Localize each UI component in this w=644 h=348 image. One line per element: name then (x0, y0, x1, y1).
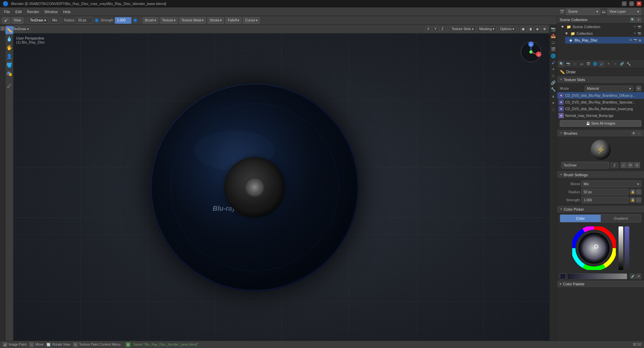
color-eyedrop[interactable]: 💉 (630, 274, 635, 279)
cp-tab-color[interactable]: Color (560, 215, 601, 222)
disc-render-icon[interactable]: 📷 (634, 39, 637, 42)
disc-extra-icon[interactable]: ◉ (639, 39, 641, 42)
outliner-filter[interactable]: 🔍 (630, 17, 635, 22)
coll-visibility-icon[interactable]: 👁 (633, 32, 636, 35)
brushes-options[interactable]: ⚙ (631, 131, 636, 136)
scene-dropdown[interactable]: Scene ▾ (566, 8, 600, 15)
tool-draw[interactable]: ✏️ (5, 26, 13, 34)
brush-close[interactable]: ✕ (634, 162, 640, 168)
bs-strength-field[interactable]: 1.000 (581, 197, 629, 203)
prop-physics[interactable]: ⚛ (612, 61, 618, 67)
texture-slots-btn[interactable]: Texture Slots ▾ (449, 26, 476, 32)
rp-render-icon[interactable]: 📷 (550, 26, 556, 32)
menu-file[interactable]: File (1, 9, 13, 14)
tool-mask[interactable]: 🎭 (5, 70, 13, 78)
bs-radius-field[interactable]: 50 px (581, 189, 629, 195)
texture-dropdown[interactable]: Texture▾ (160, 17, 178, 24)
texture-item-3[interactable]: ■ Normal_map_Normal_Bump.tga (557, 112, 644, 119)
outliner-scene-collection[interactable]: ▼ 📁 Scene Collection 👁 📷 (557, 23, 644, 30)
outliner-blu-ray-disc[interactable]: ◈ Blu_Ray_Disc 👁 📷 ◉ (565, 37, 644, 44)
prop-world[interactable]: 🌐 (592, 61, 598, 67)
brush-copy[interactable]: ⧉ (627, 162, 633, 168)
overlay-btn[interactable]: ◈ (534, 26, 540, 32)
rp-modifiers-icon[interactable]: 🔧 (550, 86, 556, 92)
cp-header[interactable]: ▼ Color Picker (557, 206, 644, 213)
rp-constraints-icon[interactable]: 🔗 (550, 80, 556, 86)
menu-edit[interactable]: Edit (13, 9, 24, 14)
view-layer-dropdown[interactable]: View Layer ▾ (607, 8, 642, 15)
xyz-x[interactable]: X (425, 26, 431, 32)
bs-blend-dropdown[interactable]: Mix ▾ (581, 181, 641, 187)
color-opacity-bar[interactable] (625, 226, 629, 270)
tool-fill[interactable]: 🪣 (5, 61, 13, 69)
outliner-collection[interactable]: ▼ 📁 Collection 👁 📷 (561, 30, 644, 37)
prop-paint-active[interactable]: 🖌 (599, 61, 605, 67)
menu-render[interactable]: Render (24, 9, 42, 14)
brushes-header[interactable]: ▼ Brushes ⚙ ↕ (557, 130, 644, 137)
save-all-images-btn[interactable]: 💾 Save All Images (560, 120, 641, 127)
shading-solid[interactable]: ◉ (520, 26, 526, 32)
layout-icon[interactable]: ≡ (0, 26, 5, 31)
rp-material-icon[interactable]: ● (550, 100, 556, 106)
mode-icon[interactable]: 🖌 (2, 17, 10, 24)
prop-particles[interactable]: ✦ (605, 61, 611, 67)
bs-radius-lock[interactable]: 🔒 (630, 189, 635, 195)
prop-modifiers[interactable]: 🔧 (626, 61, 632, 67)
current-color-preview[interactable] (560, 273, 566, 279)
rp-view-icon[interactable]: 🗂 (550, 40, 556, 46)
texture-item-2[interactable]: ■ CD_DVD_disk_Blu-Ra_Refraction_Invert.p… (557, 106, 644, 112)
rp-output-icon[interactable]: 📤 (550, 33, 556, 39)
minimize-button[interactable]: ─ (622, 1, 627, 6)
gizmo-btn[interactable]: ⊕ (541, 26, 547, 32)
rp-particles-icon[interactable]: ✦ (550, 66, 556, 72)
brush-name-input[interactable] (561, 162, 609, 168)
masking-btn[interactable]: Masking ▾ (477, 26, 497, 32)
maximize-button[interactable]: □ (629, 1, 634, 6)
texture-item-0[interactable]: ■ CD_DVD_disk_Blu-Ray_Brandless_Diffuse.… (557, 92, 644, 99)
rp-data-icon[interactable]: ▲ (550, 93, 556, 99)
prop-render[interactable]: 📷 (565, 61, 571, 67)
bs-strength-pin[interactable]: ↕ (636, 197, 641, 203)
color-wheel-svg[interactable] (572, 226, 616, 270)
ts-add-btn[interactable]: + (636, 86, 641, 91)
rp-physics-icon[interactable]: ⚛ (550, 73, 556, 79)
menu-help[interactable]: Help (60, 9, 73, 14)
tool-annotate[interactable]: 🖊 (5, 82, 13, 90)
radius-icon[interactable]: 🔵 (94, 18, 99, 23)
tool-soften[interactable]: 💧 (5, 35, 13, 43)
search-icon[interactable]: 🔍 (558, 61, 565, 67)
prop-constraints[interactable]: 🔗 (619, 61, 625, 67)
texture-mask-dropdown[interactable]: Texture Mask▾ (179, 17, 206, 24)
cursor-dropdown[interactable]: Cursor▾ (243, 17, 260, 24)
texture-item-1[interactable]: ■ CD_DVD_disk_Blu-Ray_Brandless_Specular… (557, 99, 644, 106)
rp-paint-icon[interactable]: 🖌 (550, 60, 556, 66)
falloff-dropdown[interactable]: Falloff▾ (225, 17, 241, 24)
brushes-pin[interactable]: ↕ (637, 131, 641, 136)
color-value-bar[interactable] (619, 226, 623, 270)
brush-preview[interactable]: ⚡ (591, 140, 611, 160)
rp-scene-icon[interactable]: 🎬 (550, 46, 556, 52)
palette-header[interactable]: ▶ Color Palette (557, 280, 644, 288)
disc-visibility-icon[interactable]: 👁 (629, 39, 632, 42)
close-button[interactable]: ✕ (637, 1, 641, 6)
coll-render-icon[interactable]: 📷 (638, 32, 641, 35)
prop-output[interactable]: ◻ (572, 61, 578, 67)
brush-settings-header[interactable]: ▼ Brush Settings (557, 171, 644, 179)
xyz-y[interactable]: Y (432, 26, 438, 32)
prop-view-layer[interactable]: 🗂 (579, 61, 585, 67)
strength-field[interactable]: 1.000 (115, 17, 131, 24)
radius-field[interactable]: 50 px (76, 17, 93, 24)
shading-material[interactable]: ◑ (527, 26, 533, 32)
color-gradient-bar[interactable] (567, 273, 627, 279)
brush-check[interactable]: ✓ (621, 162, 627, 168)
brush-dropdown[interactable]: Brush▾ (143, 17, 158, 24)
tool-clone[interactable]: 👤 (5, 52, 13, 60)
options-btn[interactable]: Options ▾ (498, 26, 517, 32)
viewport-mode-toggle[interactable]: TexDraw ▾ (11, 26, 31, 32)
strength-icon[interactable]: 🔵 (133, 18, 138, 23)
bs-strength-lock[interactable]: 🔒 (630, 197, 635, 203)
menu-window[interactable]: Window (42, 9, 60, 14)
render-vis-icon[interactable]: 📷 (638, 25, 641, 28)
color-reset[interactable]: ↺ (636, 274, 641, 279)
stroke-dropdown[interactable]: Stroke▾ (207, 17, 224, 24)
